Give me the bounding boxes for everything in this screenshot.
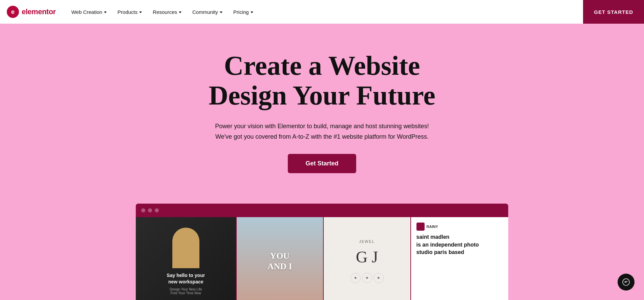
bc4-brand: RAINY: [427, 225, 438, 229]
hero-subtitle: Power your vision with Elementor to buil…: [7, 121, 637, 142]
dot-2: [87, 208, 92, 212]
browser-dots: [80, 208, 100, 212]
rating-star: ★: [373, 273, 384, 283]
logo-icon: e: [7, 6, 19, 18]
jewel-tag: JEWEL: [359, 239, 375, 244]
svg-point-0: [623, 279, 629, 285]
get-started-nav-button[interactable]: GET STARTED: [583, 0, 644, 24]
browser-bar-dot-2: [148, 208, 152, 212]
bc4-header: RAINY: [416, 223, 503, 231]
dot-3: [95, 208, 100, 212]
bc4-main-text: saint madlenis an independent photostudi…: [416, 233, 503, 300]
chevron-down-icon: [179, 11, 181, 13]
chevron-down-icon: [139, 11, 142, 13]
dot-1: [80, 208, 85, 212]
browser-bar-dot-3: [155, 208, 159, 212]
logo-link[interactable]: e elementor: [7, 6, 56, 18]
nav-item-pricing[interactable]: Pricing: [229, 6, 258, 18]
nav-item-resources[interactable]: Resources: [148, 6, 186, 18]
nav-item-products[interactable]: Products: [113, 6, 147, 18]
browser-card-workspace: Say hello to yournew workspace Design Yo…: [136, 217, 236, 300]
arch-decoration: [172, 228, 199, 268]
nav-item-community[interactable]: Community: [188, 6, 227, 18]
chat-widget[interactable]: [618, 274, 635, 291]
browser-content: Say hello to yournew workspace Design Yo…: [136, 217, 508, 300]
bc4-logo: [416, 223, 425, 231]
chevron-down-icon: [251, 11, 253, 13]
browser-card-you-and-i: YOUAND I: [237, 217, 323, 300]
nav-right: LOGIN GET STARTED: [619, 9, 636, 15]
hero-cta-button[interactable]: Get Started: [288, 154, 356, 173]
logo-text: elementor: [22, 7, 56, 16]
chat-icon: [622, 278, 630, 286]
bc1-subtext: Design Your New LifeFree Your Time Now: [170, 287, 202, 295]
browser-frame: Say hello to yournew workspace Design Yo…: [136, 204, 508, 300]
chevron-down-icon: [220, 11, 222, 13]
browser-card-jewel: JEWEL G J ★ ★ ★: [324, 217, 410, 300]
browser-card-rainy: RAINY saint madlenis an independent phot…: [411, 217, 509, 300]
rating-star: ★: [362, 273, 372, 283]
browser-bar-dot-1: [141, 208, 145, 212]
chevron-down-icon: [104, 11, 107, 13]
bc1-heading: Say hello to yournew workspace: [167, 272, 205, 285]
hero-section: Create a Website Design Your Future Powe…: [0, 24, 644, 204]
nav-item-web-creation[interactable]: Web Creation: [67, 6, 111, 18]
browser-section: Say hello to yournew workspace Design Yo…: [0, 204, 644, 300]
browser-bar: [136, 204, 508, 217]
hero-title: Create a Website Design Your Future: [7, 51, 637, 110]
jewel-letters: G J: [356, 248, 378, 266]
nav-links: Web Creation Products Resources Communit…: [67, 6, 619, 18]
navbar: e elementor Web Creation Products Resour…: [0, 0, 644, 24]
bc2-text: YOUAND I: [267, 251, 292, 272]
rating-star: ★: [350, 273, 361, 283]
